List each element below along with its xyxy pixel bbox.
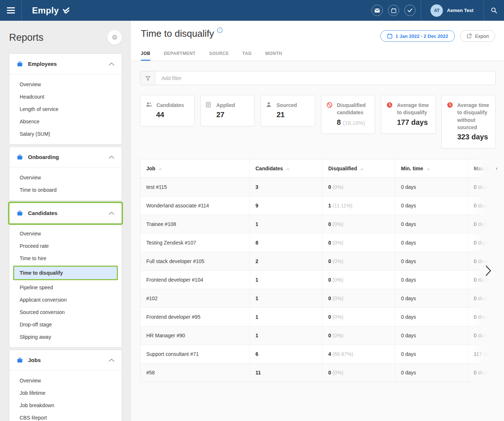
tab-month[interactable]: MONTH xyxy=(265,47,282,61)
add-filter-input[interactable] xyxy=(155,71,495,85)
clock-icon xyxy=(386,102,393,116)
cell-job: Wonderland associate #114 xyxy=(140,196,250,215)
sidebar-item[interactable]: Overview xyxy=(9,171,122,184)
sidebar-item[interactable]: Overview xyxy=(9,78,122,91)
cell-min-time: 0 days xyxy=(395,234,468,252)
content-row: Reports ⚙ Employees OverviewHeadcountLen… xyxy=(0,21,504,421)
cell-max-time: 0 days xyxy=(468,215,496,234)
date-range-button[interactable]: 1 Jan 2022 - 2 Dec 2022 xyxy=(380,30,455,42)
table-row[interactable]: Frontend developer #104 1 0(0%) 0 days 0… xyxy=(140,271,496,289)
sidebar-header: Reports ⚙ xyxy=(9,21,122,53)
cell-min-time: 0 days xyxy=(395,196,468,215)
sidebar-item[interactable]: Salary (SUM) xyxy=(9,128,122,140)
cell-candidates: 1 xyxy=(250,289,322,308)
top-navbar: Emply AT Aemen Test xyxy=(0,0,504,21)
sidebar-item[interactable]: Pipeline speed xyxy=(9,281,122,294)
stat-card-sourced: Sourced 21 xyxy=(261,95,315,126)
table-row[interactable]: #58 11 0(0%) 0 days 0 days xyxy=(140,364,496,382)
avatar: AT xyxy=(430,4,443,17)
cell-max-time: 0 days xyxy=(468,308,496,326)
column-header-candidates[interactable]: Candidates xyxy=(250,159,322,178)
date-range-label: 1 Jan 2022 - 2 Dec 2022 xyxy=(396,33,448,39)
table-header-row: Job Candidates Disqualified Min. time Ma… xyxy=(140,159,496,178)
sidebar-item[interactable]: Job lifetime xyxy=(9,387,122,399)
cell-min-time: 0 days xyxy=(395,215,468,234)
tab-source[interactable]: SOURCE xyxy=(209,47,229,61)
navbar-left: Emply xyxy=(0,0,71,21)
sidebar-item[interactable]: Absence xyxy=(9,115,122,128)
info-icon[interactable]: i xyxy=(217,27,223,33)
briefcase-icon xyxy=(17,61,23,67)
scroll-right-button[interactable] xyxy=(483,263,493,278)
sidebar-item[interactable]: Time to onboard xyxy=(9,184,122,196)
column-header-disqualified[interactable]: Disqualified xyxy=(322,159,395,178)
column-header-job[interactable]: Job xyxy=(140,159,250,178)
sidebar-section-header[interactable]: Jobs xyxy=(9,350,122,370)
sidebar-item[interactable]: Sourced conversion xyxy=(9,306,122,318)
cell-job: Full stack developer #105 xyxy=(140,252,250,271)
cell-job: HR Manager #90 xyxy=(140,326,250,345)
briefcase-icon xyxy=(17,154,23,160)
cell-min-time: 0 days xyxy=(395,289,468,308)
sidebar-item[interactable]: CBS Report xyxy=(9,412,122,421)
clock-icon xyxy=(447,102,453,131)
table-row[interactable]: Full stack developer #105 2 0(0%) 0 days… xyxy=(140,252,496,271)
sidebar-item[interactable]: Time to hire xyxy=(9,252,122,265)
user-menu[interactable]: AT Aemen Test xyxy=(421,4,484,17)
stat-label: Candidates xyxy=(156,102,184,109)
filter-icon-segment[interactable] xyxy=(140,71,155,85)
block-icon xyxy=(326,102,333,116)
table-row[interactable]: Testing Zendesk #107 8 0(0%) 0 days 0 da… xyxy=(140,234,496,252)
sidebar-section-header[interactable]: Onboarding xyxy=(9,147,122,167)
sidebar-item[interactable]: Job breakdown xyxy=(9,399,122,412)
table-row[interactable]: Support consultant #71 6 4(66.67%) 0 day… xyxy=(140,345,496,364)
export-button[interactable]: Export xyxy=(460,30,495,42)
sidebar-sections: Employees OverviewHeadcountLength of ser… xyxy=(9,53,122,421)
sidebar-title: Reports xyxy=(9,32,44,43)
column-header-min-time[interactable]: Min. time xyxy=(395,159,468,178)
gear-icon: ⚙ xyxy=(112,34,118,41)
emply-logo[interactable]: Emply xyxy=(32,0,71,21)
tasks-button[interactable] xyxy=(404,5,416,16)
sidebar-item[interactable]: Headcount xyxy=(9,91,122,103)
search-button[interactable] xyxy=(484,0,504,21)
cell-job: Frontend developer #104 xyxy=(140,271,250,289)
sidebar-item[interactable]: Time to disqualify xyxy=(13,266,118,280)
table-row[interactable]: Wonderland associate #114 9 1(11.11%) 0 … xyxy=(140,196,496,215)
hamburger-menu-button[interactable] xyxy=(0,0,22,21)
filter-bar xyxy=(140,71,496,85)
cell-disqualified: 0(0%) xyxy=(322,308,395,326)
table-row[interactable]: HR Manager #90 1 0(0%) 0 days 0 days xyxy=(140,326,496,345)
sidebar-item[interactable]: Drop-off stage xyxy=(9,318,122,331)
chevron-up-icon xyxy=(109,62,114,65)
export-icon xyxy=(467,33,472,39)
sidebar-section-header[interactable]: Candidates xyxy=(9,203,122,223)
table-row[interactable]: #102 1 0(0%) 0 days 0 days xyxy=(140,289,496,308)
table-row[interactable]: test #115 3 0(0%) 0 days 0 days xyxy=(140,178,496,196)
sidebar-item[interactable]: Proceed rate xyxy=(9,240,122,252)
sidebar-item[interactable]: Slipping away xyxy=(9,331,122,343)
calendar-icon xyxy=(391,8,396,13)
tab-tag[interactable]: TAG xyxy=(242,47,252,61)
sidebar-section-label: Candidates xyxy=(28,210,109,216)
cell-candidates: 1 xyxy=(250,215,322,234)
chevron-right-icon xyxy=(485,265,491,276)
sidebar-item[interactable]: Applicant conversion xyxy=(9,294,122,306)
user-name: Aemen Test xyxy=(447,8,473,13)
calendar-button[interactable] xyxy=(388,5,399,16)
chevron-up-icon xyxy=(109,358,114,362)
table-row[interactable]: Frontend developer #95 1 0(0%) 0 days 0 … xyxy=(140,308,496,326)
cell-candidates: 1 xyxy=(250,326,322,345)
tab-job[interactable]: JOB xyxy=(141,47,150,61)
cell-disqualified: 0(0%) xyxy=(322,252,395,271)
settings-button[interactable]: ⚙ xyxy=(107,30,122,45)
column-header-max-time[interactable]: Max. time xyxy=(468,159,496,178)
sidebar-section-header[interactable]: Employees xyxy=(9,54,122,74)
sidebar-item[interactable]: Overview xyxy=(9,374,122,387)
sidebar-item[interactable]: Length of service xyxy=(9,103,122,115)
stat-card-candidates: Candidates 44 xyxy=(140,95,195,126)
mail-button[interactable] xyxy=(372,5,383,16)
tab-department[interactable]: DEPARTMENT xyxy=(164,47,195,61)
sidebar-item[interactable]: Overview xyxy=(9,227,122,240)
table-row[interactable]: Trainee #108 1 0(0%) 0 days 0 days xyxy=(140,215,496,234)
